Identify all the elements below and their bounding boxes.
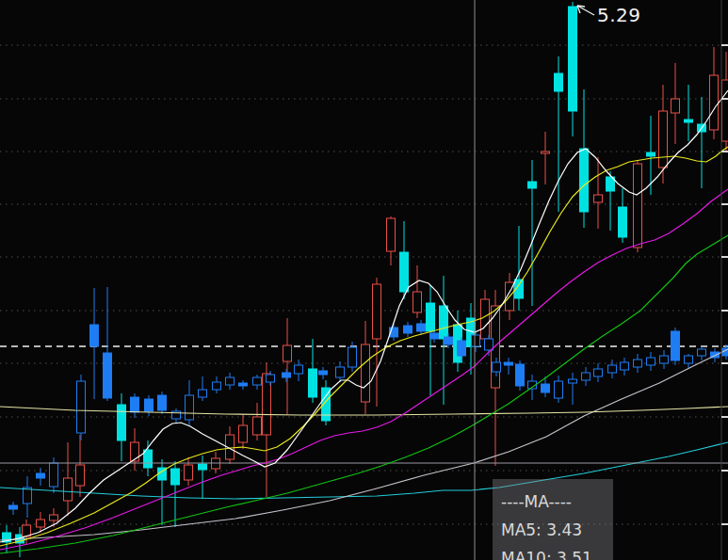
ma-tooltip-panel: ----MA---- MA5: 3.43 MA10: 3.51 xyxy=(493,479,613,560)
candlestick-chart-canvas[interactable] xyxy=(0,0,728,560)
kline-chart-window: 5.29 ----MA---- MA5: 3.43 MA10: 3.51 xyxy=(0,0,728,560)
ma10-readout: MA10: 3.51 xyxy=(501,544,613,560)
ma5-readout: MA5: 3.43 xyxy=(501,516,613,544)
price-annotation-label: 5.29 xyxy=(597,4,641,26)
ma-tooltip-title: ----MA---- xyxy=(501,488,613,516)
